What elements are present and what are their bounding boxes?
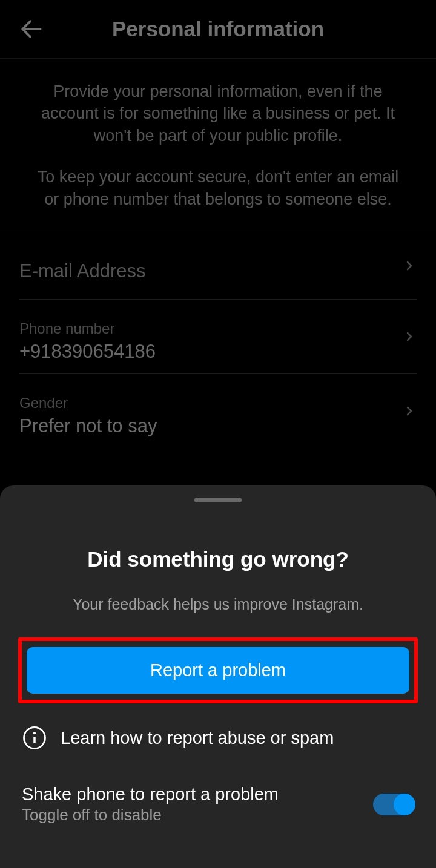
shake-title: Shake phone to report a problem xyxy=(22,784,279,804)
learn-abuse-link[interactable]: Learn how to report abuse or spam xyxy=(18,725,418,751)
info-icon xyxy=(22,725,47,751)
sheet-subtitle: Your feedback helps us improve Instagram… xyxy=(18,596,418,613)
shake-labels: Shake phone to report a problem Toggle o… xyxy=(22,784,279,824)
svg-point-3 xyxy=(33,732,36,734)
page-header: Personal information xyxy=(0,0,436,58)
gender-field-row[interactable]: Gender Prefer not to say xyxy=(19,374,417,448)
info-paragraph-2: To keep your account secure, don't enter… xyxy=(0,154,436,232)
phone-label: Phone number xyxy=(19,320,417,337)
phone-field-row[interactable]: Phone number +918390654186 xyxy=(19,300,417,374)
page-title: Personal information xyxy=(17,17,419,41)
sheet-title: Did something go wrong? xyxy=(18,547,418,571)
report-problem-button[interactable]: Report a problem xyxy=(27,647,409,694)
gender-value: Prefer not to say xyxy=(19,415,417,437)
email-field-row[interactable]: E-mail Address xyxy=(19,232,417,300)
info-paragraph-1: Provide your personal information, even … xyxy=(0,59,436,154)
highlight-box: Report a problem xyxy=(18,637,418,703)
chevron-right-icon xyxy=(402,258,417,273)
chevron-right-icon xyxy=(402,329,417,344)
email-label: E-mail Address xyxy=(19,260,417,282)
toggle-knob xyxy=(394,794,415,815)
drag-handle[interactable] xyxy=(194,498,242,502)
bottom-sheet: Did something go wrong? Your feedback he… xyxy=(0,485,436,868)
chevron-right-icon xyxy=(402,404,417,418)
shake-toggle-row: Shake phone to report a problem Toggle o… xyxy=(18,784,418,824)
gender-label: Gender xyxy=(19,395,417,412)
shake-subtitle: Toggle off to disable xyxy=(22,806,279,824)
fields-container: E-mail Address Phone number +91839065418… xyxy=(0,232,436,448)
phone-value: +918390654186 xyxy=(19,341,417,363)
learn-abuse-text: Learn how to report abuse or spam xyxy=(61,728,334,748)
shake-toggle[interactable] xyxy=(373,794,414,815)
